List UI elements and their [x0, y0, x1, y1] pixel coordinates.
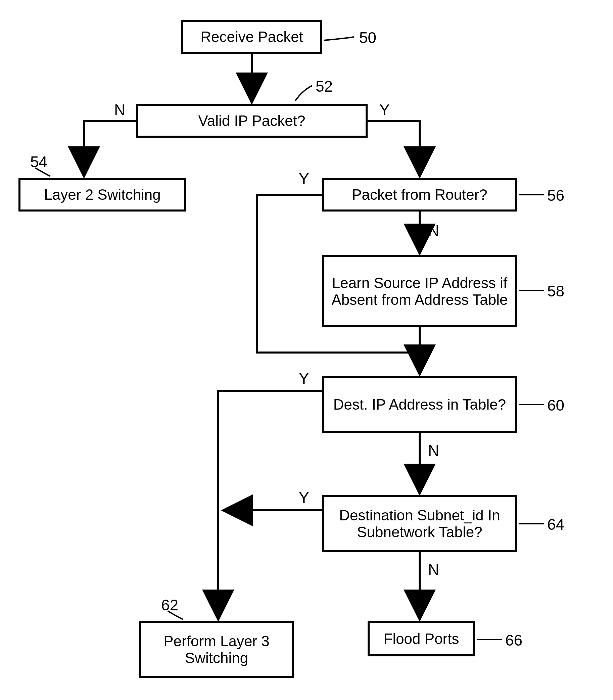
node-dest-subnet-in-table: Destination Subnet_id In Subnetwork Tabl… — [322, 495, 517, 552]
node-ref-54: 54 — [30, 153, 47, 171]
node-text: Valid IP Packet? — [198, 113, 305, 129]
node-layer3-switching: Perform Layer 3 Switching — [139, 621, 294, 678]
node-ref-64: 64 — [547, 515, 564, 533]
node-ref-58: 58 — [547, 282, 564, 300]
node-ref-56: 56 — [547, 186, 564, 205]
node-flood-ports: Flood Ports — [368, 621, 475, 656]
node-receive-packet: Receive Packet — [181, 20, 322, 54]
node-text: Dest. IP Address in Table? — [334, 396, 506, 413]
node-ref-60: 60 — [547, 396, 564, 414]
node-ref-62: 62 — [161, 596, 178, 614]
edge-label-64-yes: Y — [299, 489, 309, 507]
node-text: Perform Layer 3 Switching — [144, 633, 289, 666]
edge-label-60-yes: Y — [299, 369, 309, 387]
node-text: Receive Packet — [200, 28, 303, 45]
node-ref-52: 52 — [315, 77, 333, 95]
node-text: Destination Subnet_id In Subnetwork Tabl… — [327, 507, 512, 541]
node-learn-source-ip: Learn Source IP Address if Absent from A… — [322, 255, 517, 327]
edge-label-60-no: N — [428, 441, 439, 459]
edge-label-52-yes: Y — [379, 101, 390, 119]
node-text: Layer 2 Switching — [44, 186, 160, 203]
edge-label-64-no: N — [428, 561, 439, 579]
node-ref-50: 50 — [359, 28, 376, 47]
node-valid-ip: Valid IP Packet? — [136, 104, 368, 138]
edge-label-52-no: N — [114, 101, 125, 119]
edge-label-56-no: N — [428, 222, 439, 240]
flowchart-canvas: Receive Packet 50 Valid IP Packet? 52 La… — [0, 0, 613, 700]
node-packet-from-router: Packet from Router? — [322, 178, 517, 211]
node-text: Flood Ports — [384, 631, 459, 647]
node-ref-66: 66 — [505, 631, 522, 649]
node-dest-ip-in-table: Dest. IP Address in Table? — [322, 376, 517, 433]
node-text: Learn Source IP Address if Absent from A… — [327, 275, 512, 308]
node-text: Packet from Router? — [352, 186, 487, 203]
edge-label-56-yes: Y — [299, 170, 309, 188]
node-layer2-switching: Layer 2 Switching — [18, 178, 186, 211]
